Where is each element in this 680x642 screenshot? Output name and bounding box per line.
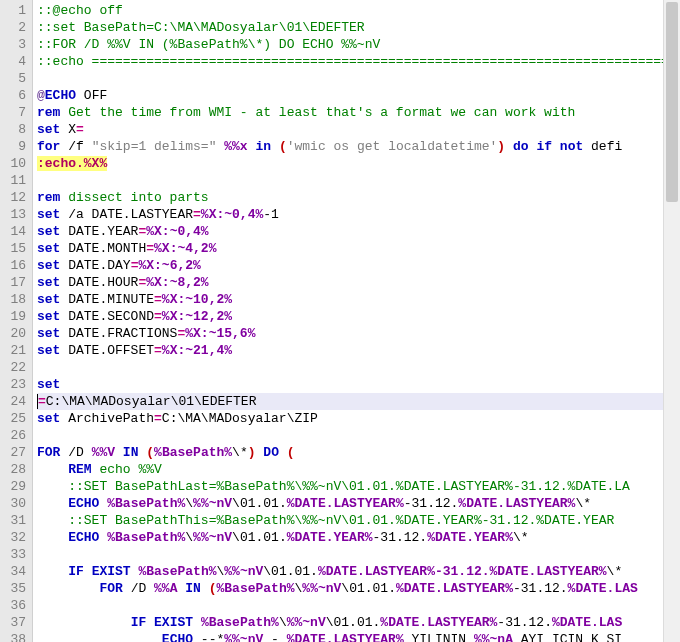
token [37,615,131,630]
token: %X:~8,2% [146,275,208,290]
token: DO [263,445,279,460]
token: ECHO [68,496,99,511]
token: REM [68,462,91,477]
token: %X:~0,4% [201,207,263,222]
token: ECHO [162,632,193,642]
token: %DATE.LASTYEAR% [287,496,404,511]
line-number: 32 [2,529,26,546]
vertical-scrollbar[interactable] [663,0,680,642]
line-number: 4 [2,53,26,70]
line-number: 8 [2,121,26,138]
code-line[interactable]: set DATE.MINUTE=%X:~10,2% [37,291,680,308]
token: %BasePath% [107,496,185,511]
code-line[interactable]: set DATE.HOUR=%X:~8,2% [37,274,680,291]
token: %%~nV [193,496,232,511]
code-line[interactable]: FOR /D %%V IN (%BasePath%\*) DO ( [37,444,680,461]
code-line[interactable]: set /a DATE.LASTYEAR=%X:~0,4%-1 [37,206,680,223]
token [201,581,209,596]
token: IN [123,445,139,460]
code-area[interactable]: ::@echo off::set BasePath=C:\MA\MADosyal… [33,0,680,642]
token: %%~nV [224,632,263,642]
token [115,445,123,460]
code-line[interactable]: ECHO %BasePath%\%%~nV\01.01.%DATE.LASTYE… [37,495,680,512]
code-line[interactable] [37,597,680,614]
code-line[interactable] [37,546,680,563]
code-line[interactable]: ::set BasePath=C:\MA\MADosyalar\01\EDEFT… [37,19,680,36]
code-line[interactable]: rem Get the time from WMI - at least tha… [37,104,680,121]
code-line[interactable]: FOR /D %%A IN (%BasePath%\%%~nV\01.01.%D… [37,580,680,597]
token: ( [146,445,154,460]
token: %BasePath% [201,615,279,630]
code-editor[interactable]: 1234567891011121314151617181920212223242… [0,0,680,642]
token: \* [575,496,591,511]
token: \* [513,530,529,545]
token: = [38,394,46,409]
code-line[interactable]: set ArchivePath=C:\MA\MADosyalar\ZIP [37,410,680,427]
token: set [37,411,60,426]
code-line[interactable]: set DATE.SECOND=%X:~12,2% [37,308,680,325]
line-number: 7 [2,104,26,121]
code-line[interactable]: set [37,376,680,393]
token: set [37,377,60,392]
line-number: 30 [2,495,26,512]
token: \01.01. [232,530,287,545]
code-line[interactable]: set X= [37,121,680,138]
code-line[interactable]: set DATE.MONTH=%X:~4,2% [37,240,680,257]
code-line[interactable]: set DATE.DAY=%X:~6,2% [37,257,680,274]
token [37,530,68,545]
scrollbar-thumb[interactable] [666,2,678,202]
token: set [37,326,60,341]
token: DATE.MONTH [60,241,146,256]
code-line[interactable] [37,172,680,189]
code-line[interactable]: ::echo =================================… [37,53,680,70]
code-line[interactable]: ::SET BasePathLast=%BasePath%\%%~nV\01.0… [37,478,680,495]
token: 'wmic os get localdatetime' [287,139,498,154]
token: ) [248,445,256,460]
token: %X:~10,2% [162,292,232,307]
line-number: 20 [2,325,26,342]
line-number: 22 [2,359,26,376]
token: /a DATE.LASTYEAR [60,207,193,222]
token: for [37,139,60,154]
token: \ [185,530,193,545]
line-number: 10 [2,155,26,172]
token: %%x [224,139,247,154]
code-line[interactable]: set DATE.FRACTIONS=%X:~15,6% [37,325,680,342]
token: %%~nA [474,632,513,642]
token: ECHO [68,530,99,545]
code-line[interactable]: ECHO --*%%~nV - %DATE.LASTYEAR% YILININ … [37,631,680,642]
code-line[interactable]: IF EXIST %BasePath%\%%~nV\01.01.%DATE.LA… [37,563,680,580]
token: DATE.YEAR [60,224,138,239]
token [37,462,68,477]
line-number: 24 [2,393,26,410]
token: - [263,632,286,642]
line-number: 21 [2,342,26,359]
code-line[interactable]: IF EXIST %BasePath%\%%~nV\01.01.%DATE.LA… [37,614,680,631]
token: do [513,139,529,154]
code-line[interactable] [37,427,680,444]
code-line[interactable]: @ECHO OFF [37,87,680,104]
code-line[interactable]: set DATE.YEAR=%X:~0,4% [37,223,680,240]
line-number: 27 [2,444,26,461]
token: DATE.MINUTE [60,292,154,307]
code-line[interactable]: ::SET BasePathThis=%BasePath%\%%~nV\01.0… [37,512,680,529]
code-line[interactable]: rem dissect into parts [37,189,680,206]
token: %BasePath% [138,564,216,579]
token: :echo.%X% [37,156,107,171]
code-line[interactable]: =C:\MA\MADosyalar\01\EDEFTER [37,393,680,410]
token: %%A [154,581,177,596]
code-line[interactable] [37,359,680,376]
code-line[interactable]: ::FOR /D %%V IN (%BasePath%\*) DO ECHO %… [37,36,680,53]
line-number: 23 [2,376,26,393]
code-line[interactable]: ::@echo off [37,2,680,19]
token: /D [60,445,91,460]
token: FOR [99,581,122,596]
code-line[interactable]: set DATE.OFFSET=%X:~21,4% [37,342,680,359]
token: ::@echo off [37,3,123,18]
line-number: 19 [2,308,26,325]
code-line[interactable] [37,70,680,87]
code-line[interactable]: for /f "skip=1 delims=" %%x in ('wmic os… [37,138,680,155]
code-line[interactable]: ECHO %BasePath%\%%~nV\01.01.%DATE.YEAR%-… [37,529,680,546]
code-line[interactable]: :echo.%X% [37,155,680,172]
code-line[interactable]: REM echo %%V [37,461,680,478]
